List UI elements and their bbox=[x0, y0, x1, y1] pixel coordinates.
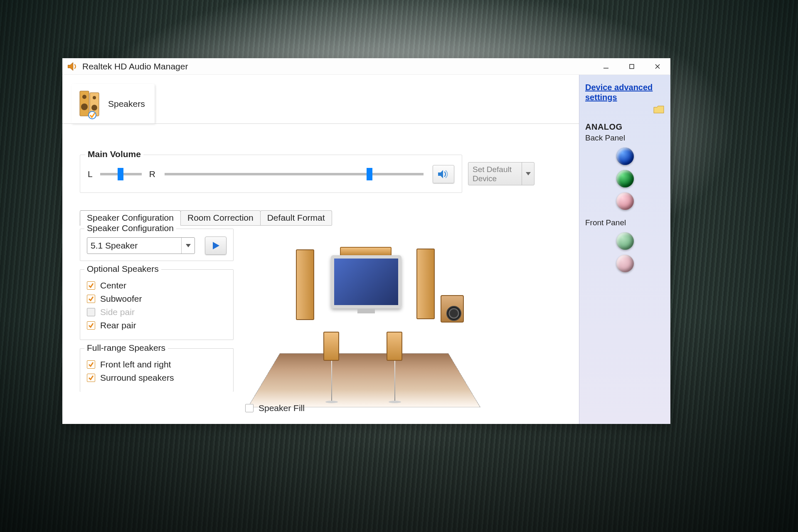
front-left-speaker-icon[interactable] bbox=[296, 249, 314, 320]
jack-front-out[interactable] bbox=[616, 232, 634, 250]
folder-icon[interactable] bbox=[653, 105, 665, 116]
rear-right-speaker-icon[interactable] bbox=[387, 332, 402, 361]
test-play-button[interactable] bbox=[205, 236, 227, 255]
svg-point-10 bbox=[91, 105, 97, 111]
optional-speakers-fieldset: Optional Speakers Center Subwoofer Side … bbox=[80, 269, 234, 340]
chevron-down-icon bbox=[522, 163, 534, 185]
device-advanced-settings-link[interactable]: Device advanced settings bbox=[585, 82, 665, 102]
speaker-room-illustration: Speaker Fill bbox=[245, 229, 537, 407]
rear-left-speaker-icon[interactable] bbox=[323, 332, 339, 361]
side-panel: Device advanced settings ANALOG Back Pan… bbox=[579, 75, 670, 424]
titlebar[interactable]: Realtek HD Audio Manager bbox=[62, 58, 670, 75]
balance-right-label: R bbox=[149, 169, 155, 179]
chevron-down-icon bbox=[181, 238, 195, 254]
main-volume-title: Main Volume bbox=[85, 149, 143, 159]
device-tab-label: Speakers bbox=[108, 99, 145, 109]
set-default-device-dropdown[interactable]: Set Default Device bbox=[468, 162, 534, 185]
balance-left-label: L bbox=[88, 169, 93, 179]
speaker-icon bbox=[66, 61, 78, 72]
balance-thumb[interactable] bbox=[118, 168, 123, 180]
jack-line-out[interactable] bbox=[616, 170, 634, 187]
close-button[interactable] bbox=[645, 58, 670, 75]
svg-marker-12 bbox=[438, 170, 443, 178]
checkbox-surround[interactable] bbox=[87, 374, 95, 382]
main-volume-fieldset: Main Volume L R bbox=[80, 155, 462, 193]
subwoofer-icon[interactable] bbox=[441, 295, 464, 323]
volume-thumb[interactable] bbox=[367, 168, 372, 180]
checkbox-speaker-fill[interactable] bbox=[245, 404, 254, 412]
volume-slider[interactable] bbox=[165, 173, 424, 175]
tab-room-correction[interactable]: Room Correction bbox=[180, 210, 261, 225]
mute-button[interactable] bbox=[433, 165, 454, 183]
checkbox-side-pair bbox=[87, 308, 95, 316]
full-range-fieldset: Full-range Speakers Front left and right… bbox=[80, 348, 234, 392]
balance-slider[interactable] bbox=[100, 173, 142, 175]
svg-marker-15 bbox=[213, 242, 219, 249]
speakers-device-icon bbox=[77, 89, 102, 118]
back-panel-label: Back Panel bbox=[585, 133, 665, 143]
svg-marker-13 bbox=[526, 172, 531, 175]
jack-line-in[interactable] bbox=[616, 148, 634, 165]
speaker-config-fieldset: Speaker Configuration 5.1 Speaker bbox=[80, 229, 234, 261]
checkbox-center[interactable] bbox=[87, 281, 95, 290]
front-right-speaker-icon[interactable] bbox=[416, 249, 435, 319]
svg-point-9 bbox=[93, 96, 96, 99]
device-tab-speakers[interactable]: Speakers bbox=[71, 84, 155, 123]
svg-point-8 bbox=[81, 103, 88, 110]
front-panel-label: Front Panel bbox=[585, 218, 665, 227]
jack-mic[interactable] bbox=[616, 192, 634, 210]
jack-front-mic[interactable] bbox=[616, 255, 634, 272]
checkbox-rear-pair[interactable] bbox=[87, 321, 95, 330]
svg-point-7 bbox=[82, 95, 86, 99]
svg-marker-14 bbox=[186, 244, 191, 247]
minimize-button[interactable] bbox=[593, 58, 619, 75]
window-title: Realtek HD Audio Manager bbox=[82, 62, 188, 71]
tv-icon bbox=[331, 255, 401, 308]
center-speaker-icon[interactable] bbox=[340, 247, 392, 256]
svg-rect-2 bbox=[630, 64, 634, 69]
checkbox-subwoofer[interactable] bbox=[87, 295, 95, 303]
window-controls bbox=[593, 58, 670, 75]
analog-title: ANALOG bbox=[585, 122, 665, 132]
app-window: Realtek HD Audio Manager bbox=[62, 58, 670, 424]
speaker-config-combobox[interactable]: 5.1 Speaker bbox=[87, 237, 195, 254]
svg-point-11 bbox=[89, 111, 96, 119]
tab-default-format[interactable]: Default Format bbox=[260, 210, 332, 225]
svg-marker-0 bbox=[68, 62, 73, 70]
checkbox-front-lr[interactable] bbox=[87, 360, 95, 369]
maximize-button[interactable] bbox=[619, 58, 645, 75]
